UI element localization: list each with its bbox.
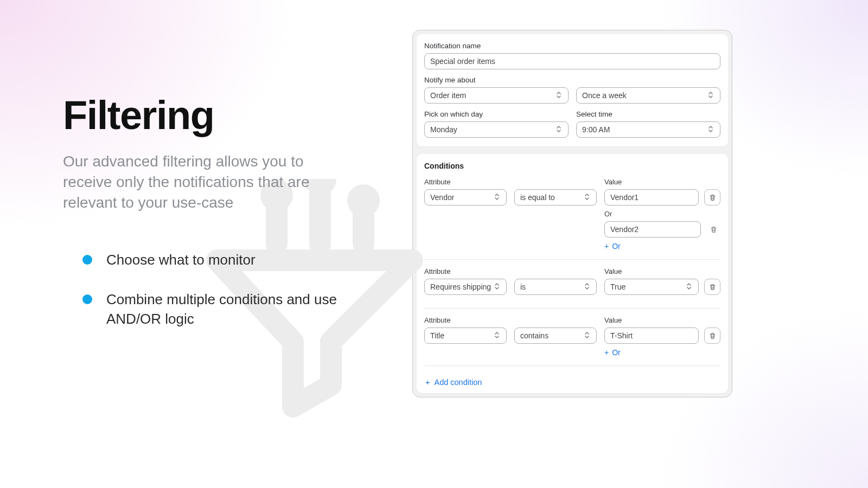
add-or-button[interactable]: + Or bbox=[604, 242, 720, 251]
select-value: Monday bbox=[430, 125, 457, 134]
chevron-updown-icon bbox=[556, 125, 563, 134]
value-label: Value bbox=[604, 267, 720, 275]
notify-select[interactable]: Order item bbox=[424, 87, 569, 104]
select-value: Requires shipping bbox=[430, 282, 491, 291]
attribute-select[interactable]: Requires shipping bbox=[424, 279, 507, 295]
plus-icon: + bbox=[604, 348, 609, 357]
chevron-updown-icon bbox=[494, 331, 501, 341]
hero-title: Filtering bbox=[63, 92, 385, 138]
time-select[interactable]: 9:00 AM bbox=[576, 121, 720, 138]
feature-item: Combine multiple conditions and use AND/… bbox=[82, 290, 385, 328]
input-value: Vendor2 bbox=[610, 225, 639, 234]
value-input[interactable]: Vendor2 bbox=[604, 221, 701, 237]
feature-text: Choose what to monitor bbox=[106, 251, 256, 269]
delete-button[interactable] bbox=[704, 189, 720, 206]
condition-row: Attribute Vendor . is equal to bbox=[424, 178, 720, 260]
add-condition-button[interactable]: + Add condition bbox=[424, 374, 720, 391]
value-label: Value bbox=[604, 178, 720, 186]
trash-icon bbox=[709, 194, 717, 202]
condition-row: Attribute Requires shipping . is bbox=[424, 267, 720, 309]
trash-icon bbox=[709, 283, 717, 291]
operator-select[interactable]: is equal to bbox=[514, 189, 597, 206]
trash-icon bbox=[709, 332, 717, 340]
value-input[interactable]: T-Shirt bbox=[604, 328, 699, 344]
select-value: Once a week bbox=[582, 91, 627, 100]
time-label: Select time bbox=[576, 110, 720, 118]
chevron-updown-icon bbox=[494, 282, 501, 292]
input-value: Special order items bbox=[430, 57, 495, 66]
add-condition-label: Add condition bbox=[434, 378, 482, 387]
operator-select[interactable]: contains bbox=[514, 328, 597, 344]
select-value: Vendor bbox=[430, 193, 454, 202]
feature-item: Choose what to monitor bbox=[82, 251, 385, 269]
value-label: Value bbox=[604, 316, 720, 324]
chevron-updown-icon bbox=[708, 125, 714, 134]
conditions-title: Conditions bbox=[424, 162, 720, 170]
trash-icon bbox=[710, 226, 718, 234]
chevron-updown-icon bbox=[686, 282, 693, 292]
delete-button[interactable] bbox=[706, 224, 720, 235]
or-label: Or bbox=[604, 210, 720, 218]
plus-icon: + bbox=[604, 242, 609, 251]
chevron-updown-icon bbox=[708, 91, 714, 100]
select-value: True bbox=[610, 282, 626, 291]
notify-label: Notify me about bbox=[424, 76, 720, 84]
plus-icon: + bbox=[425, 378, 430, 387]
input-value: Vendor1 bbox=[610, 193, 639, 202]
operator-select[interactable]: is bbox=[514, 279, 597, 295]
select-value: Order item bbox=[430, 91, 466, 100]
value-select[interactable]: True bbox=[604, 279, 699, 295]
add-or-button[interactable]: + Or bbox=[604, 348, 720, 357]
chevron-updown-icon bbox=[556, 91, 563, 100]
delete-button[interactable] bbox=[704, 279, 720, 295]
condition-row: Attribute Title . contains bbox=[424, 316, 720, 366]
hero-subtitle: Our advanced filtering allows you to rec… bbox=[63, 151, 345, 213]
select-value: contains bbox=[520, 331, 548, 340]
name-label: Notification name bbox=[424, 42, 720, 50]
attribute-label: Attribute bbox=[424, 316, 507, 324]
select-value: 9:00 AM bbox=[582, 125, 610, 134]
bullet-dot-icon bbox=[82, 255, 92, 265]
day-label: Pick on which day bbox=[424, 110, 569, 118]
day-select[interactable]: Monday bbox=[424, 121, 569, 138]
feature-text: Combine multiple conditions and use AND/… bbox=[106, 290, 356, 328]
select-value: is bbox=[520, 282, 526, 291]
attribute-select[interactable]: Vendor bbox=[424, 189, 507, 206]
chevron-updown-icon bbox=[584, 282, 591, 292]
attribute-label: Attribute bbox=[424, 267, 507, 275]
chevron-updown-icon bbox=[584, 193, 591, 202]
value-input[interactable]: Vendor1 bbox=[604, 189, 699, 206]
attribute-label: Attribute bbox=[424, 178, 507, 186]
chevron-updown-icon bbox=[494, 193, 501, 202]
add-or-label: Or bbox=[612, 348, 621, 357]
delete-button[interactable] bbox=[704, 328, 720, 344]
notification-name-input[interactable]: Special order items bbox=[424, 53, 720, 69]
add-or-label: Or bbox=[612, 242, 621, 251]
notification-card: Notification name Special order items No… bbox=[417, 34, 728, 146]
select-value: is equal to bbox=[520, 193, 555, 202]
bullet-dot-icon bbox=[82, 294, 92, 304]
filter-panel: Notification name Special order items No… bbox=[412, 30, 732, 397]
conditions-card: Conditions Attribute Vendor . bbox=[417, 154, 728, 393]
attribute-select[interactable]: Title bbox=[424, 328, 507, 344]
select-value: Title bbox=[430, 331, 444, 340]
chevron-updown-icon bbox=[584, 331, 591, 341]
input-value: T-Shirt bbox=[610, 331, 633, 340]
frequency-select[interactable]: Once a week bbox=[576, 87, 720, 104]
